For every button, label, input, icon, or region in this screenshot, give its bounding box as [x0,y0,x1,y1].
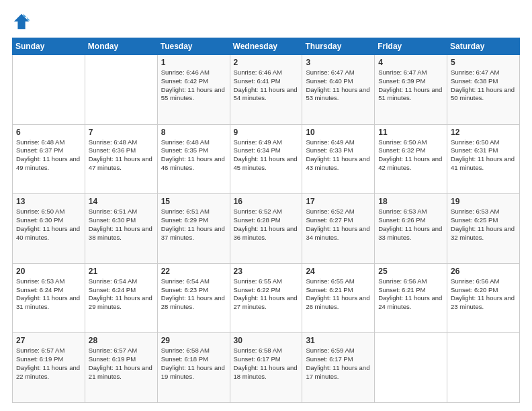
calendar-cell: 22Sunrise: 6:54 AMSunset: 6:23 PMDayligh… [157,263,230,333]
day-number: 29 [161,336,226,345]
cell-info: Sunrise: 6:56 AMSunset: 6:21 PMDaylight:… [378,277,443,312]
day-number: 13 [16,197,81,206]
cell-info: Sunrise: 6:54 AMSunset: 6:24 PMDaylight:… [89,277,154,312]
calendar-cell: 31Sunrise: 6:59 AMSunset: 6:17 PMDayligh… [302,333,375,403]
calendar-cell [13,55,85,125]
calendar-cell: 10Sunrise: 6:49 AMSunset: 6:33 PMDayligh… [302,124,375,194]
calendar-cell: 13Sunrise: 6:50 AMSunset: 6:30 PMDayligh… [13,194,85,264]
cell-info: Sunrise: 6:54 AMSunset: 6:23 PMDaylight:… [161,277,226,312]
calendar-cell: 8Sunrise: 6:48 AMSunset: 6:35 PMDaylight… [157,124,230,194]
cell-info: Sunrise: 6:51 AMSunset: 6:30 PMDaylight:… [89,208,154,242]
day-number: 21 [89,267,154,276]
cell-info: Sunrise: 6:55 AMSunset: 6:21 PMDaylight:… [306,277,371,312]
day-number: 15 [161,197,226,206]
cell-info: Sunrise: 6:50 AMSunset: 6:31 PMDaylight:… [451,138,516,173]
day-number: 20 [16,267,81,276]
cell-info: Sunrise: 6:47 AMSunset: 6:38 PMDaylight:… [451,68,516,103]
day-number: 7 [89,128,154,137]
cell-info: Sunrise: 6:53 AMSunset: 6:25 PMDaylight:… [451,208,516,242]
calendar-cell [447,333,520,403]
calendar-table: SundayMondayTuesdayWednesdayThursdayFrid… [12,38,520,403]
weekday-header-saturday: Saturday [447,38,520,55]
svg-marker-0 [14,14,29,29]
cell-info: Sunrise: 6:50 AMSunset: 6:32 PMDaylight:… [378,138,443,173]
cell-info: Sunrise: 6:58 AMSunset: 6:17 PMDaylight:… [234,347,299,381]
calendar-cell: 14Sunrise: 6:51 AMSunset: 6:30 PMDayligh… [85,194,157,264]
cell-info: Sunrise: 6:57 AMSunset: 6:19 PMDaylight:… [16,347,81,381]
day-number: 19 [451,197,516,206]
calendar-cell: 15Sunrise: 6:51 AMSunset: 6:29 PMDayligh… [157,194,230,264]
calendar-cell: 21Sunrise: 6:54 AMSunset: 6:24 PMDayligh… [85,263,157,333]
cell-info: Sunrise: 6:55 AMSunset: 6:22 PMDaylight:… [234,277,299,312]
calendar-cell: 19Sunrise: 6:53 AMSunset: 6:25 PMDayligh… [447,194,520,264]
calendar-cell [85,55,157,125]
cell-info: Sunrise: 6:59 AMSunset: 6:17 PMDaylight:… [306,347,371,381]
calendar-cell: 17Sunrise: 6:52 AMSunset: 6:27 PMDayligh… [302,194,375,264]
cell-info: Sunrise: 6:51 AMSunset: 6:29 PMDaylight:… [161,208,226,242]
calendar-cell: 26Sunrise: 6:56 AMSunset: 6:20 PMDayligh… [447,263,520,333]
cell-info: Sunrise: 6:52 AMSunset: 6:27 PMDaylight:… [306,208,371,242]
day-number: 12 [451,128,516,137]
cell-info: Sunrise: 6:48 AMSunset: 6:35 PMDaylight:… [161,138,226,173]
calendar-cell: 7Sunrise: 6:48 AMSunset: 6:36 PMDaylight… [85,124,157,194]
calendar-cell: 28Sunrise: 6:57 AMSunset: 6:19 PMDayligh… [85,333,157,403]
day-number: 8 [161,128,226,137]
cell-info: Sunrise: 6:57 AMSunset: 6:19 PMDaylight:… [89,347,154,381]
day-number: 27 [16,336,81,345]
cell-info: Sunrise: 6:56 AMSunset: 6:20 PMDaylight:… [451,277,516,312]
calendar-cell: 29Sunrise: 6:58 AMSunset: 6:18 PMDayligh… [157,333,230,403]
weekday-header-friday: Friday [375,38,447,55]
cell-info: Sunrise: 6:50 AMSunset: 6:30 PMDaylight:… [16,208,81,242]
cell-info: Sunrise: 6:49 AMSunset: 6:34 PMDaylight:… [234,138,299,173]
calendar-cell: 27Sunrise: 6:57 AMSunset: 6:19 PMDayligh… [13,333,85,403]
calendar-cell: 11Sunrise: 6:50 AMSunset: 6:32 PMDayligh… [375,124,447,194]
day-number: 3 [306,58,371,67]
day-number: 10 [306,128,371,137]
calendar-cell: 3Sunrise: 6:47 AMSunset: 6:40 PMDaylight… [302,55,375,125]
cell-info: Sunrise: 6:48 AMSunset: 6:36 PMDaylight:… [89,138,154,173]
calendar-cell: 4Sunrise: 6:47 AMSunset: 6:39 PMDaylight… [375,55,447,125]
cell-info: Sunrise: 6:52 AMSunset: 6:28 PMDaylight:… [234,208,299,242]
calendar-cell: 23Sunrise: 6:55 AMSunset: 6:22 PMDayligh… [230,263,302,333]
day-number: 26 [451,267,516,276]
weekday-header-wednesday: Wednesday [230,38,302,55]
cell-info: Sunrise: 6:58 AMSunset: 6:18 PMDaylight:… [161,347,226,381]
day-number: 28 [89,336,154,345]
cell-info: Sunrise: 6:46 AMSunset: 6:41 PMDaylight:… [234,68,299,103]
day-number: 14 [89,197,154,206]
day-number: 11 [378,128,443,137]
cell-info: Sunrise: 6:47 AMSunset: 6:39 PMDaylight:… [378,68,443,103]
day-number: 24 [306,267,371,276]
logo-icon [12,12,31,31]
header [12,12,520,31]
day-number: 4 [378,58,443,67]
calendar-cell: 6Sunrise: 6:48 AMSunset: 6:37 PMDaylight… [13,124,85,194]
weekday-header-thursday: Thursday [302,38,375,55]
weekday-header-tuesday: Tuesday [157,38,230,55]
day-number: 30 [234,336,299,345]
calendar-cell: 9Sunrise: 6:49 AMSunset: 6:34 PMDaylight… [230,124,302,194]
cell-info: Sunrise: 6:49 AMSunset: 6:33 PMDaylight:… [306,138,371,173]
calendar-cell: 2Sunrise: 6:46 AMSunset: 6:41 PMDaylight… [230,55,302,125]
calendar-cell: 30Sunrise: 6:58 AMSunset: 6:17 PMDayligh… [230,333,302,403]
day-number: 22 [161,267,226,276]
calendar-cell: 20Sunrise: 6:53 AMSunset: 6:24 PMDayligh… [13,263,85,333]
day-number: 6 [16,128,81,137]
calendar-cell: 12Sunrise: 6:50 AMSunset: 6:31 PMDayligh… [447,124,520,194]
day-number: 1 [161,58,226,67]
day-number: 18 [378,197,443,206]
cell-info: Sunrise: 6:48 AMSunset: 6:37 PMDaylight:… [16,138,81,173]
calendar-cell: 16Sunrise: 6:52 AMSunset: 6:28 PMDayligh… [230,194,302,264]
calendar-cell: 1Sunrise: 6:46 AMSunset: 6:42 PMDaylight… [157,55,230,125]
logo [12,12,32,31]
cell-info: Sunrise: 6:53 AMSunset: 6:26 PMDaylight:… [378,208,443,242]
calendar-cell: 25Sunrise: 6:56 AMSunset: 6:21 PMDayligh… [375,263,447,333]
calendar-cell: 18Sunrise: 6:53 AMSunset: 6:26 PMDayligh… [375,194,447,264]
weekday-header-sunday: Sunday [13,38,85,55]
day-number: 9 [234,128,299,137]
day-number: 31 [306,336,371,345]
day-number: 2 [234,58,299,67]
calendar-cell: 24Sunrise: 6:55 AMSunset: 6:21 PMDayligh… [302,263,375,333]
day-number: 17 [306,197,371,206]
weekday-header-monday: Monday [85,38,157,55]
